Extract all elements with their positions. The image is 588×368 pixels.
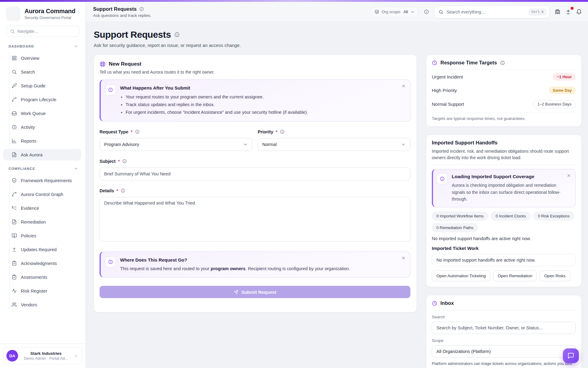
global-search[interactable]: Ctrl K: [434, 6, 550, 18]
inbox-search-input[interactable]: [432, 322, 576, 334]
inbox-scope-select[interactable]: All Organizations (Platform): [432, 345, 576, 358]
info-icon[interactable]: [139, 7, 144, 11]
subject-input[interactable]: [100, 167, 410, 180]
card-title: Response Time Targets: [440, 60, 497, 66]
sidebar-item-assessments[interactable]: Assessments: [3, 271, 81, 283]
info-icon[interactable]: [135, 129, 140, 134]
required-star: *: [276, 129, 277, 134]
page-content: Support Requests Ask for security guidan…: [86, 22, 588, 368]
org-scope-selector[interactable]: Org scope: All: [370, 7, 419, 17]
callout-bullet: For urgent incidents, choose “Incident A…: [126, 109, 308, 116]
sidebar-item-overview[interactable]: Overview: [3, 52, 81, 64]
callout-bullet: Track status updates and replies in the …: [126, 101, 308, 109]
details-label: Details: [100, 188, 114, 193]
status-badge: ~1 Hour: [553, 73, 576, 81]
keyboard-shortcut-badge: Ctrl K: [529, 9, 546, 15]
nav-label: Activity: [21, 125, 35, 130]
bug-report-button[interactable]: [555, 9, 560, 15]
close-icon[interactable]: [567, 173, 571, 178]
nav-label: Vendors: [21, 302, 37, 307]
sidebar-item-ask-aurora[interactable]: Ask Aurora: [3, 149, 81, 160]
clipboard-check-icon: [12, 261, 17, 266]
count-pill: 0 Incident Clocks: [491, 212, 530, 220]
section-label: COMPLIANCE: [9, 167, 35, 171]
request-type-value: Program Advisory: [104, 142, 139, 147]
card-title: New Request: [109, 61, 141, 67]
clock-icon: [432, 301, 437, 306]
search-icon: [12, 69, 17, 75]
sidebar-item-risk-register[interactable]: Risk Register: [3, 285, 81, 297]
info-icon[interactable]: [174, 32, 180, 37]
priority-value: Normal: [262, 142, 277, 147]
chevron-down-icon: [410, 10, 415, 14]
nav-label: Acknowledgments: [21, 261, 57, 266]
notification-dot: [571, 7, 574, 10]
card-description: Imported incident, risk, and remediation…: [432, 148, 576, 165]
sidebar-item-work-queue[interactable]: Work Queue: [3, 108, 81, 119]
app-title: Aurora Command: [24, 8, 75, 15]
status-badge: 1–2 Business Days: [533, 100, 576, 108]
nav-label: Assessments: [21, 275, 47, 280]
notifications-button[interactable]: [576, 9, 582, 15]
nav-label: Remediation: [21, 220, 46, 224]
sidebar-item-acknowledgments[interactable]: Acknowledgments: [3, 258, 81, 269]
avatar: DA: [6, 350, 18, 362]
sidebar-item-vendors[interactable]: Vendors: [3, 299, 81, 310]
org-switcher[interactable]: DA Stark Industries Demo Admin · Portal …: [3, 347, 82, 364]
required-star: *: [131, 129, 133, 134]
sidebar-item-aurora-control-graph[interactable]: Aurora Control Graph: [3, 189, 81, 200]
required-star: *: [117, 188, 119, 193]
sidebar-item-setup-guide[interactable]: Setup Guide: [3, 80, 81, 91]
updates-button[interactable]: [565, 9, 571, 15]
chevron-down-icon[interactable]: [74, 167, 78, 171]
inbox-search-label: Search: [432, 315, 576, 319]
open-remediation-button[interactable]: Open Remediation: [493, 270, 537, 281]
section-header-dashboard[interactable]: DASHBOARD: [0, 44, 85, 48]
count-pill: 0 Risk Exceptions: [533, 212, 574, 220]
bug-icon: [555, 9, 560, 15]
info-icon[interactable]: [280, 129, 285, 134]
subject-label: Subject: [100, 159, 115, 164]
chat-widget-button[interactable]: [563, 348, 579, 363]
sidebar-item-policies[interactable]: Policies: [3, 230, 81, 241]
required-star: *: [118, 159, 120, 164]
info-icon[interactable]: [424, 9, 429, 14]
sidebar-item-activity[interactable]: Activity: [3, 121, 81, 133]
section-label: DASHBOARD: [9, 44, 34, 48]
info-icon[interactable]: [500, 60, 505, 65]
submit-request-button[interactable]: Submit Request: [100, 286, 410, 298]
sidebar-item-framework-requirements[interactable]: Framework Requirements: [3, 175, 81, 186]
sidebar-item-program-lifecycle[interactable]: Program Lifecycle: [3, 94, 81, 105]
global-search-input[interactable]: [447, 10, 526, 14]
sidebar-item-updates-required[interactable]: Updates Required: [3, 244, 81, 255]
priority-select[interactable]: Normal: [258, 138, 411, 151]
grid-icon: [12, 56, 17, 61]
navigate-input[interactable]: [17, 29, 75, 34]
card-title: Inbox: [440, 300, 454, 306]
sidebar-navigate-search[interactable]: [6, 26, 79, 37]
sidebar-item-search[interactable]: Search: [3, 66, 81, 78]
handoffs-empty-text: No imported support handoffs are active …: [432, 236, 576, 241]
clock-icon: [432, 60, 437, 66]
target-row: Urgent Incident ~1 Hour: [432, 70, 576, 83]
bar-chart-icon: [12, 138, 17, 144]
open-risks-button[interactable]: Open Risks: [540, 270, 570, 281]
shield-check-icon: [12, 178, 17, 183]
open-automation-ticketing-button[interactable]: Open Automation Ticketing: [432, 270, 490, 281]
header-title: Support Requests: [93, 6, 137, 12]
section-header-compliance[interactable]: COMPLIANCE: [0, 167, 85, 171]
sidebar-item-remediation[interactable]: Remediation: [3, 216, 81, 228]
sidebar-item-evidence[interactable]: Evidence: [3, 202, 81, 214]
chevron-down-icon[interactable]: [74, 44, 78, 48]
request-type-select[interactable]: Program Advisory: [100, 138, 252, 151]
callout-title: Where Does This Request Go?: [120, 257, 350, 263]
close-icon[interactable]: [401, 256, 406, 260]
details-textarea[interactable]: [100, 197, 410, 242]
info-icon[interactable]: [121, 188, 125, 193]
nav-label: Risk Register: [21, 289, 47, 293]
diff-icon: [12, 247, 17, 252]
count-pill: 0 Imported Workflow Items: [432, 212, 488, 220]
sidebar-item-reports[interactable]: Reports: [3, 135, 81, 147]
info-icon[interactable]: [122, 159, 127, 163]
close-icon[interactable]: [401, 84, 406, 88]
